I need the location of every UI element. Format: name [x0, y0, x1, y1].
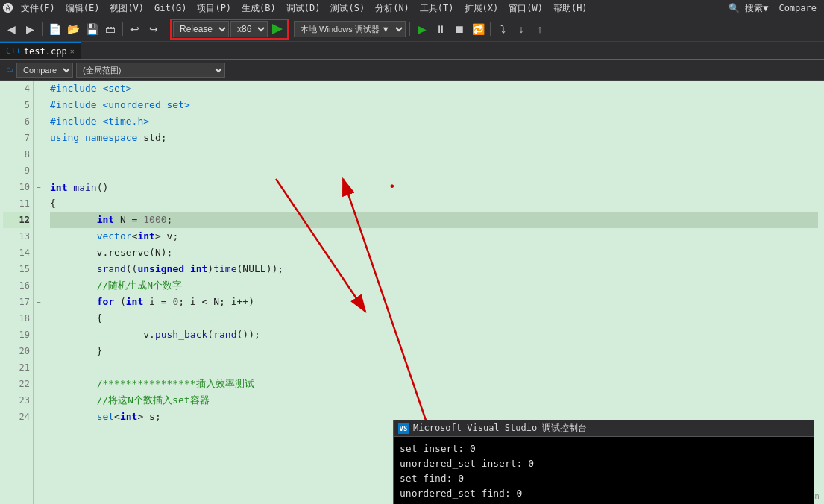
menu-tools[interactable]: 工具(T) — [415, 1, 459, 16]
menu-analyze[interactable]: 分析(N) — [371, 1, 414, 16]
line-num-23: 23 — [3, 392, 30, 409]
console-window[interactable]: VS Microsoft Visual Studio 调试控制台 set ins… — [393, 420, 814, 504]
forward-button[interactable]: ▶ — [22, 21, 38, 37]
pause-button[interactable]: ⏸ — [433, 21, 449, 37]
toolbar-separator-3 — [166, 22, 166, 36]
restart-button[interactable]: 🔁 — [470, 21, 486, 37]
line-num-8: 8 — [3, 146, 30, 163]
menu-bar: 🅐 文件(F) 编辑(E) 视图(V) Git(G) 项目(P) 生成(B) 调… — [0, 0, 824, 16]
toolbar-separator-2 — [122, 22, 123, 36]
menu-project[interactable]: 项目(P) — [192, 1, 236, 16]
collapse-placeholder-13 — [34, 228, 44, 245]
code-line-8 — [50, 146, 818, 163]
collapse-placeholder-24 — [34, 409, 44, 425]
line-num-7: 7 — [3, 130, 30, 146]
debug-toolbar-section: 本地 Windows 调试器 ▼ — [294, 21, 406, 37]
console-body: set insert: 0 unordered_set insert: 0 se… — [394, 437, 814, 504]
step-over-button[interactable]: ⤵ — [494, 21, 511, 37]
toolbar-separator-4 — [409, 22, 410, 36]
search-bar[interactable]: 🔍 搜索▼ — [724, 1, 773, 16]
code-line-6: #include <time.h> — [50, 113, 818, 130]
line-num-24: 24 — [3, 409, 30, 425]
tab-test-cpp[interactable]: C++ test.cpp ✕ — [0, 42, 81, 59]
code-line-5: #include <unordered_set> — [50, 97, 818, 113]
menu-extensions[interactable]: 扩展(X) — [460, 1, 503, 16]
line-num-4: 4 — [3, 81, 30, 97]
console-line-2: unordered_set insert: 0 — [400, 456, 808, 471]
collapse-placeholder-8 — [34, 146, 44, 163]
save-all-button[interactable]: 🗃 — [102, 21, 119, 37]
code-line-10: int main() • — [50, 179, 818, 195]
start-debug-button[interactable] — [269, 21, 286, 37]
menu-build[interactable]: 生成(B) — [237, 1, 280, 16]
code-line-11: { — [50, 195, 818, 212]
code-line-19: v.push_back(rand()); — [50, 327, 818, 343]
save-button[interactable]: 💾 — [84, 21, 100, 37]
menu-help[interactable]: 帮助(H) — [549, 1, 592, 16]
collapse-btn-17[interactable]: − — [34, 294, 44, 310]
stop-button[interactable]: ⏹ — [451, 21, 468, 37]
collapse-placeholder-21 — [34, 359, 44, 376]
line-num-17: 17 — [3, 294, 30, 310]
console-titlebar: VS Microsoft Visual Studio 调试控制台 — [394, 420, 814, 437]
play-icon — [272, 24, 283, 34]
collapse-placeholder-9 — [34, 163, 44, 179]
debug-target-dropdown[interactable]: 本地 Windows 调试器 ▼ — [294, 21, 406, 37]
toolbar-separator-1 — [42, 22, 43, 36]
breadcrumb-namespace-select[interactable]: Compare — [16, 63, 73, 78]
collapse-placeholder-16 — [34, 277, 44, 294]
collapse-btn-10[interactable]: − — [34, 179, 44, 195]
step-out-button[interactable]: ↑ — [532, 21, 548, 37]
line-num-15: 15 — [3, 261, 30, 277]
compare-label: Compare — [774, 1, 821, 15]
menu-edit[interactable]: 编辑(E) — [61, 1, 104, 16]
line-num-11: 11 — [3, 195, 30, 212]
code-line-16: //随机生成N个数字 — [50, 277, 818, 294]
undo-button[interactable]: ↩ — [127, 21, 143, 37]
code-line-20: } — [50, 343, 818, 359]
collapse-placeholder-15 — [34, 261, 44, 277]
line-num-16: 16 — [3, 277, 30, 294]
code-line-23: //将这N个数插入set容器 — [50, 392, 818, 409]
line-num-21: 21 — [3, 359, 30, 376]
collapse-placeholder-20 — [34, 343, 44, 359]
tab-close-button[interactable]: ✕ — [70, 47, 75, 55]
breadcrumb-scope-select[interactable]: (全局范围) — [76, 63, 225, 78]
menu-debug[interactable]: 调试(D) — [282, 1, 325, 16]
tab-bar: C++ test.cpp ✕ — [0, 42, 824, 60]
menu-view[interactable]: 视图(V) — [105, 1, 148, 16]
collapse-column: − − — [34, 81, 44, 504]
line-num-22: 22 — [3, 376, 30, 392]
toolbar-separator-5 — [490, 22, 491, 36]
back-button[interactable]: ◀ — [3, 21, 19, 37]
code-line-13: vector<int> v; — [50, 228, 818, 245]
line-num-19: 19 — [3, 327, 30, 343]
line-num-12: 12 — [3, 212, 30, 228]
collapse-placeholder-4 — [34, 81, 44, 97]
breadcrumb-bar: 🗂 Compare (全局范围) — [0, 60, 824, 81]
menu-window[interactable]: 窗口(W) — [504, 1, 547, 16]
collapse-placeholder-7 — [34, 130, 44, 146]
redo-button[interactable]: ↪ — [145, 21, 162, 37]
line-num-14: 14 — [3, 245, 30, 261]
continue-button[interactable]: ▶ — [414, 21, 430, 37]
platform-dropdown[interactable]: x86 x64 — [230, 21, 268, 37]
app-icon: 🅐 — [3, 2, 13, 14]
collapse-placeholder-14 — [34, 245, 44, 261]
breadcrumb-icon: 🗂 — [6, 66, 13, 74]
console-line-3: set find: 0 — [400, 471, 808, 486]
open-button[interactable]: 📂 — [65, 21, 81, 37]
new-project-button[interactable]: 📄 — [46, 21, 63, 37]
menu-git[interactable]: Git(G) — [150, 1, 191, 15]
code-line-15: srand((unsigned int)time(NULL)); — [50, 261, 818, 277]
menu-test[interactable]: 测试(S) — [326, 1, 369, 16]
step-into-button[interactable]: ↓ — [513, 21, 529, 37]
build-config-dropdown[interactable]: Release Debug — [173, 21, 229, 37]
toolbar: ◀ ▶ 📄 📂 💾 🗃 ↩ ↪ Release Debug x86 x64 — [0, 16, 824, 42]
collapse-placeholder-12 — [34, 212, 44, 228]
line-num-13: 13 — [3, 228, 30, 245]
collapse-placeholder-19 — [34, 327, 44, 343]
code-line-9 — [50, 163, 818, 179]
menu-file[interactable]: 文件(F) — [16, 1, 60, 16]
console-title: Microsoft Visual Studio 调试控制台 — [413, 422, 587, 435]
